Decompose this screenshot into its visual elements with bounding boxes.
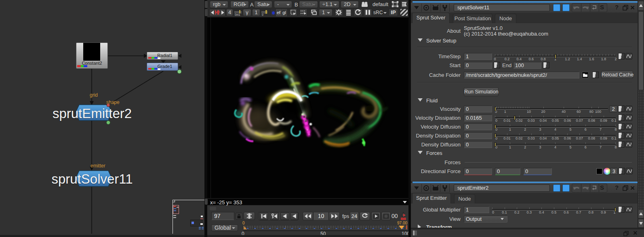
svg-text:0: 0 [262, 13, 263, 16]
svg-text:0m1: 0m1 [235, 13, 240, 16]
